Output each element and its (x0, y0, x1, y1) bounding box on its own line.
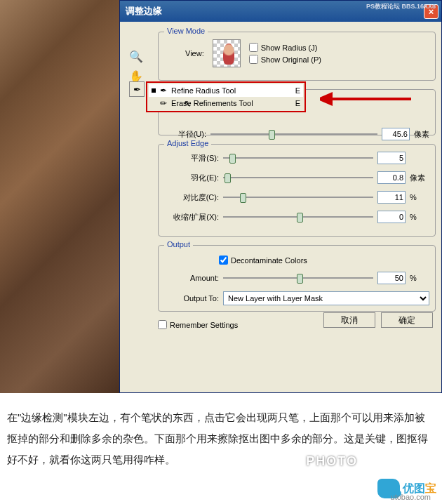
brush-icon: ✒ (160, 86, 167, 95)
contrast-input[interactable] (377, 191, 406, 204)
shift-unit: % (410, 213, 429, 221)
brush-tool-menu: ✒ Refine Radius Tool E ✏ Erase Refinemen… (146, 81, 306, 112)
red-arrow-annotation (320, 88, 411, 110)
decontaminate-input[interactable] (219, 256, 228, 265)
output-group: Output Decontaminate Colors Amount: % Ou… (158, 245, 436, 312)
edge-detection-group: ✒ ✒ Refine Radius Tool E ✏ Erase Refinem… (158, 89, 436, 135)
output-legend: Output (164, 240, 193, 248)
amount-label: Amount: (164, 274, 219, 282)
remember-input[interactable] (158, 320, 167, 329)
photo-watermark: PHOTO (306, 454, 358, 469)
utobao-logo: 优图宝 utobao.com (377, 479, 436, 498)
contrast-label: 对比度(C): (164, 192, 219, 203)
show-original-input[interactable] (249, 55, 258, 64)
shift-input[interactable] (377, 211, 406, 223)
feather-unit: 像素 (410, 173, 429, 183)
adjust-edge-legend: Adjust Edge (164, 139, 211, 147)
eraser-icon: ✏ (160, 98, 167, 108)
feather-input[interactable] (377, 171, 406, 184)
amount-input[interactable] (377, 272, 406, 284)
amount-unit: % (410, 274, 429, 282)
adjust-edge-group: Adjust Edge 平滑(S): 羽化(E): 像素 对比度(C): % 收 (158, 144, 436, 237)
show-radius-checkbox[interactable]: Show Radius (J) (249, 43, 321, 52)
contrast-unit: % (410, 193, 429, 201)
smooth-slider[interactable] (223, 152, 373, 164)
show-radius-input[interactable] (249, 43, 258, 52)
show-original-checkbox[interactable]: Show Original (P) (249, 55, 321, 64)
radius-unit: 像素 (414, 129, 429, 140)
active-bullet-icon (152, 88, 156, 93)
output-to-label: Output To: (164, 294, 219, 303)
view-thumbnail[interactable] (213, 39, 241, 67)
titlebar[interactable]: 调整边缘 PS教程论坛 BBS.16XX8 × (120, 1, 441, 22)
output-to-select[interactable]: New Layer with Layer Mask (223, 291, 429, 305)
smooth-label: 平滑(S): (164, 153, 219, 164)
radius-input[interactable] (382, 128, 410, 140)
description-paragraph: 在"边缘检测"模块左边，有个笔状的东西，点击它会出现两只笔，上面那个可以用来添加… (7, 407, 435, 470)
cancel-button[interactable]: 取消 (323, 312, 375, 328)
refine-edge-dialog: 调整边缘 PS教程论坛 BBS.16XX8 × 🔍 ✋ View Mode Vi… (119, 0, 442, 393)
shift-label: 收缩/扩展(X): (164, 212, 219, 223)
svg-marker-1 (320, 94, 331, 104)
refine-radius-tool-item[interactable]: ✒ Refine Radius Tool E (149, 84, 303, 97)
shift-slider[interactable] (223, 211, 373, 223)
decontaminate-checkbox[interactable]: Decontaminate Colors (219, 256, 429, 265)
background-photo (0, 0, 119, 393)
zoom-tool-icon[interactable]: 🔍 (128, 48, 144, 64)
view-mode-group: View Mode View: Show Radius (J) Show Ori… (158, 32, 436, 81)
radius-label: 半径(U): (164, 129, 206, 140)
feather-slider[interactable] (223, 172, 373, 183)
feather-label: 羽化(E): (164, 173, 219, 183)
view-mode-legend: View Mode (164, 27, 208, 35)
erase-refinements-tool-item[interactable]: ✏ Erase Refinements Tool E (149, 97, 303, 110)
brush-tool-button[interactable]: ✒ (129, 81, 145, 97)
cursor-icon: ↖ (184, 98, 192, 109)
contrast-slider[interactable] (223, 192, 373, 203)
view-label: View: (185, 49, 204, 58)
amount-slider[interactable] (223, 272, 373, 284)
radius-slider[interactable] (210, 128, 377, 140)
ok-button[interactable]: 确定 (381, 312, 433, 328)
watermark-text: PS教程论坛 BBS.16XX8 (366, 3, 436, 11)
smooth-input[interactable] (377, 152, 406, 164)
